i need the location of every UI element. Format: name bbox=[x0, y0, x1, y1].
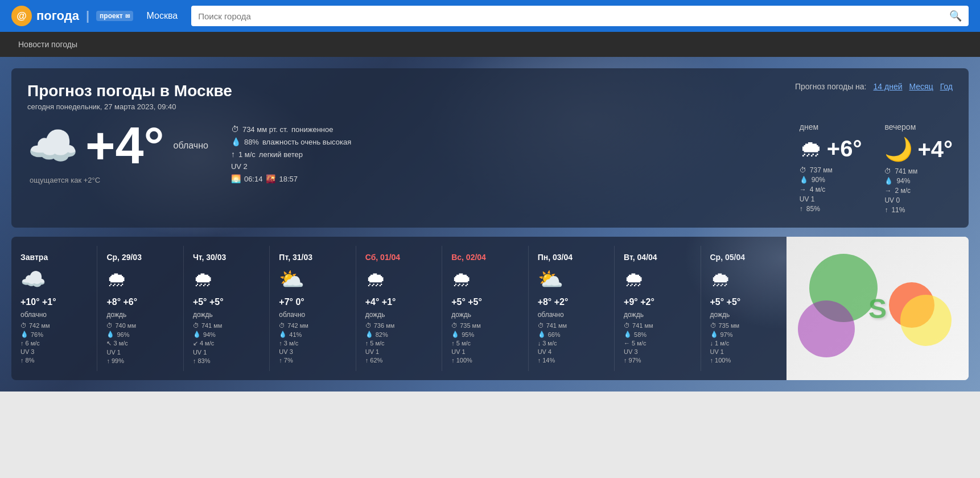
sunset-icon: 🌇 bbox=[266, 174, 275, 183]
link-month[interactable]: Месяц bbox=[909, 82, 933, 91]
current-weather-icon: ☁️ bbox=[27, 122, 79, 170]
humidity-desc: влажность очень высокая bbox=[262, 138, 351, 146]
link-year[interactable]: Год bbox=[940, 82, 953, 91]
current-temp: +4° bbox=[85, 120, 164, 171]
clock-icon: ⏱ bbox=[800, 166, 806, 174]
logo-text: погода bbox=[36, 9, 79, 23]
current-main: ☁️ +4° облачно bbox=[27, 120, 208, 171]
wind-row: ↑ 1 м/с легкий ветер bbox=[231, 150, 351, 159]
day-uv: UV 1 bbox=[800, 195, 815, 203]
city-selector[interactable]: Москва bbox=[147, 11, 178, 21]
precip-icon: ↑ bbox=[800, 205, 803, 213]
day-temp: +6° bbox=[827, 136, 862, 162]
today-title: Прогноз погоды в Москве сегодня понедель… bbox=[27, 82, 232, 111]
ad-content: S bbox=[787, 237, 969, 380]
project-badge: проект ✉ bbox=[96, 11, 133, 21]
ad-circle-3 bbox=[798, 300, 855, 357]
day-humidity: 90% bbox=[812, 176, 825, 184]
pressure-value: 734 мм рт. ст. bbox=[242, 125, 288, 134]
hero-section: Прогноз погоды в Москве сегодня понедель… bbox=[0, 57, 980, 392]
search-bar[interactable]: 🔍 bbox=[191, 6, 969, 26]
header: @ погода | проект ✉ Москва 🔍 bbox=[0, 0, 980, 32]
precip-icon2: ↑ bbox=[884, 206, 888, 214]
evening-pressure: 741 мм bbox=[895, 167, 917, 175]
evening-pressure-row: ⏱ 741 мм bbox=[884, 167, 917, 175]
evening-details: ⏱ 741 мм 💧 94% → 2 м/с UV 0 bbox=[884, 167, 917, 214]
pressure-row: ⏱ 734 мм рт. ст. пониженное bbox=[231, 125, 351, 134]
evening-wind: 2 м/с bbox=[895, 187, 911, 195]
logo-divider: | bbox=[86, 9, 89, 23]
day-main: 🌧 +6° bbox=[800, 136, 862, 162]
sunrise-value: 06:14 bbox=[244, 175, 263, 183]
navbar: Новости погоды bbox=[0, 32, 980, 57]
feels-like: ощущается как +2°С bbox=[30, 176, 100, 184]
sunset-value: 18:57 bbox=[279, 175, 298, 183]
evening-humidity-row: 💧 94% bbox=[884, 177, 917, 185]
forecast-label: Прогноз погоды на: bbox=[795, 82, 867, 91]
evening-humidity: 94% bbox=[896, 177, 910, 185]
current-description: облачно bbox=[174, 141, 208, 151]
day-details: ⏱ 737 мм 💧 90% → 4 м/с UV 1 bbox=[800, 166, 833, 213]
ad-section: S bbox=[787, 237, 969, 380]
day-precip-row: ↑ 85% bbox=[800, 205, 833, 213]
evening-precip-row: ↑ 11% bbox=[884, 206, 917, 214]
drop-icon: 💧 bbox=[800, 176, 808, 184]
pressure-icon: ⏱ bbox=[231, 125, 239, 134]
uv-row: UV 2 bbox=[231, 162, 351, 171]
vk-icon: ✉ bbox=[125, 13, 130, 19]
project-label: проект bbox=[100, 12, 122, 20]
sunrise-row: 🌅 06:14 🌇 18:57 bbox=[231, 174, 351, 183]
evening-wind-row: → 2 м/с bbox=[884, 187, 917, 195]
uv-value: UV 2 bbox=[231, 162, 248, 171]
day-humidity-row: 💧 90% bbox=[800, 176, 833, 184]
link-14-days[interactable]: 14 дней bbox=[874, 82, 903, 91]
wind-value: 1 м/с bbox=[238, 150, 256, 159]
day-uv-row: UV 1 bbox=[800, 195, 833, 203]
humidity-icon: 💧 bbox=[231, 137, 241, 146]
sunrise-icon: 🌅 bbox=[231, 174, 241, 183]
pressure-desc: пониженное bbox=[291, 125, 333, 134]
evening-temp: +4° bbox=[917, 137, 953, 162]
forecast-links: Прогноз погоды на: 14 дней Месяц Год bbox=[795, 82, 953, 91]
today-header: Прогноз погоды в Москве сегодня понедель… bbox=[27, 82, 953, 111]
mail-logo-icon: @ bbox=[11, 6, 32, 26]
today-body: ☁️ +4° облачно ощущается как +2°С ⏱ 734 … bbox=[27, 120, 953, 214]
evening-precip: 11% bbox=[891, 206, 905, 214]
day-period: днем 🌧 +6° ⏱ 737 мм 💧 90% bbox=[800, 122, 862, 214]
evening-uv-row: UV 0 bbox=[884, 196, 917, 204]
search-button[interactable]: 🔍 bbox=[949, 10, 962, 22]
today-card: Прогноз погоды в Москве сегодня понедель… bbox=[11, 68, 969, 228]
wind-icon: ↑ bbox=[231, 150, 235, 159]
navbar-item-news[interactable]: Новости погоды bbox=[11, 40, 84, 49]
humidity-value: 88% bbox=[244, 138, 259, 146]
arrow-icon: → bbox=[800, 186, 806, 193]
day-wind-row: → 4 м/с bbox=[800, 186, 833, 193]
evening-period: вечером 🌙 +4° ⏱ 741 мм 💧 94% bbox=[884, 122, 953, 214]
today-subtitle: сегодня понедельник, 27 марта 2023, 09:4… bbox=[27, 102, 232, 111]
current-details: ⏱ 734 мм рт. ст. пониженное 💧 88% влажно… bbox=[231, 120, 351, 183]
evening-uv: UV 0 bbox=[884, 196, 900, 204]
evening-label: вечером bbox=[884, 122, 916, 131]
daytime-section: днем 🌧 +6° ⏱ 737 мм 💧 90% bbox=[800, 120, 953, 214]
day-precip: 85% bbox=[806, 205, 820, 213]
search-input[interactable] bbox=[198, 11, 949, 21]
current-weather: ☁️ +4° облачно ощущается как +2°С bbox=[27, 120, 208, 184]
day-label: днем bbox=[800, 122, 818, 131]
day-pressure: 737 мм bbox=[810, 166, 833, 174]
evening-main: 🌙 +4° bbox=[884, 136, 953, 163]
drop-icon2: 💧 bbox=[884, 177, 893, 185]
evening-icon: 🌙 bbox=[884, 136, 913, 163]
day-wind: 4 м/с bbox=[810, 186, 826, 193]
ad-text: S bbox=[868, 293, 887, 324]
day-pressure-row: ⏱ 737 мм bbox=[800, 166, 833, 174]
day-icon: 🌧 bbox=[800, 136, 822, 162]
humidity-row: 💧 88% влажность очень высокая bbox=[231, 137, 351, 146]
page-title: Прогноз погоды в Москве bbox=[27, 82, 232, 100]
clock-icon2: ⏱ bbox=[884, 167, 891, 175]
logo-area: @ погода | проект ✉ bbox=[11, 6, 133, 26]
wind-desc: легкий ветер bbox=[259, 150, 303, 159]
arrow-icon2: → bbox=[884, 187, 891, 195]
ad-circle-4 bbox=[900, 295, 952, 346]
